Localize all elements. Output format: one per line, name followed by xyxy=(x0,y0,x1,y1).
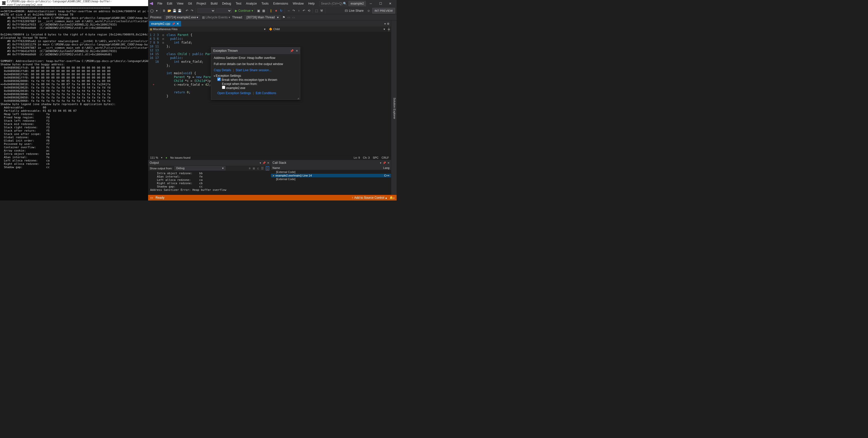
out-t2-icon[interactable]: ≣ xyxy=(253,167,255,170)
doc-tab-active[interactable]: example2.cpp 📌 ✕ xyxy=(149,21,181,27)
menu-file[interactable]: File xyxy=(155,1,164,6)
except-item-checkbox[interactable]: example2.exe xyxy=(222,86,245,90)
menu-extensions[interactable]: Extensions xyxy=(271,1,290,6)
menu-project[interactable]: Project xyxy=(194,1,208,6)
nav-back-icon[interactable]: ◯ xyxy=(150,9,154,13)
menu-tools[interactable]: Tools xyxy=(259,1,271,6)
crlf-indicator[interactable]: CRLF xyxy=(381,156,389,159)
start-liveshare-link[interactable]: Start Live Share session... xyxy=(236,68,272,72)
nav-right-combo[interactable]: 🔶 Child▾ xyxy=(267,27,386,31)
menu-git[interactable]: Git xyxy=(186,1,194,6)
menu-analyze[interactable]: Analyze xyxy=(244,1,259,6)
menu-help[interactable]: Help xyxy=(306,1,317,6)
step-out-icon[interactable]: ↑ xyxy=(297,9,301,13)
continue-button[interactable]: ▶ Continue ▾ xyxy=(235,9,253,12)
close-button[interactable]: ✕ xyxy=(385,0,395,7)
pause-icon[interactable]: ∥ xyxy=(269,9,273,13)
nav-fwd-icon[interactable]: ▾ xyxy=(155,9,159,13)
screenrec-icon[interactable]: ▣ xyxy=(256,9,260,13)
step-back-icon[interactable]: ↶ xyxy=(302,9,306,13)
callstack-row[interactable]: [External Code] xyxy=(271,170,391,174)
add-source-control[interactable]: ↑ Add to Source Control ▴ xyxy=(352,196,387,200)
exc-close-icon[interactable]: ✕ xyxy=(296,49,298,53)
out-t4-icon[interactable]: ☰ xyxy=(261,167,264,170)
menu-window[interactable]: Window xyxy=(290,1,306,6)
stop-icon[interactable]: ■ xyxy=(274,9,278,13)
tab-dropdown-icon[interactable]: ▾ xyxy=(384,22,386,26)
fold-gutter[interactable]: ⊟ ⊟ ⊟ xyxy=(162,32,165,155)
callstack-row[interactable]: ➤example2.exe!main() Line 14C++ xyxy=(271,174,391,177)
ch-indicator[interactable]: Ch: 3 xyxy=(363,156,370,159)
panel-dropdown-icon[interactable]: ▾ xyxy=(260,162,261,164)
panel-pin-icon[interactable]: 📌 xyxy=(262,162,266,164)
cs-dropdown-icon[interactable]: ▾ xyxy=(380,162,381,164)
tab-settings-icon[interactable]: ⚙ xyxy=(387,22,390,26)
step-last-icon[interactable]: ⟲ xyxy=(307,9,311,13)
output-body[interactable]: Intra object redzone: bb ASan internal: … xyxy=(148,171,271,195)
exception-settings-header[interactable]: Exception Settings xyxy=(214,74,298,77)
break-when-checkbox[interactable]: Break when this exception type is thrown xyxy=(217,78,277,81)
step-into-icon[interactable]: → xyxy=(286,9,290,13)
stack-frame-icon[interactable]: ▭ xyxy=(287,15,290,19)
out-t1-icon[interactable]: ≡ xyxy=(249,167,250,170)
open-icon[interactable]: 📂 xyxy=(167,9,172,13)
search-box[interactable]: Search (Ctrl+Q) 🔍 xyxy=(319,1,348,6)
rail-solution-explorer[interactable]: Solution Explorer xyxy=(393,96,397,121)
thread-combo[interactable]: [30728] Main Thread▾ xyxy=(245,15,280,20)
flag-icon[interactable]: ⚑ xyxy=(282,15,285,19)
redo-icon[interactable]: ↷ xyxy=(190,9,194,13)
ln-indicator[interactable]: Ln: 9 xyxy=(354,156,360,159)
menu-view[interactable]: View xyxy=(175,1,185,6)
solution-name[interactable]: example2 xyxy=(348,1,366,6)
step-over-icon[interactable]: ↷ xyxy=(291,9,296,13)
proc-icon[interactable]: ▦ xyxy=(261,9,266,13)
tool-icon[interactable]: ⚒ xyxy=(319,9,323,13)
save-all-icon[interactable]: 💾 xyxy=(178,9,182,13)
console-titlebar[interactable]: C:\ C:\MSDN\cpp-docs-pr\docs\c-language\… xyxy=(0,0,148,6)
console-output[interactable]: ========================================… xyxy=(0,6,148,201)
out-t3-icon[interactable]: ⎌ xyxy=(257,167,259,170)
callstack-body[interactable]: [External Code]➤example2.exe!main() Line… xyxy=(271,170,391,195)
cs-col-name[interactable]: Name xyxy=(273,166,280,169)
spc-indicator[interactable]: SPC xyxy=(373,156,379,159)
new-icon[interactable]: 🗎 xyxy=(162,9,166,13)
menu-build[interactable]: Build xyxy=(209,1,220,6)
config-combo[interactable] xyxy=(197,8,215,13)
menu-edit[interactable]: Edit xyxy=(165,1,175,6)
save-icon[interactable]: 💾 xyxy=(173,9,177,13)
exception-popup: Exception Thrown 📌 ✕ Address Sanitizer E… xyxy=(211,47,300,100)
split-icon[interactable]: ╪ xyxy=(387,27,391,32)
undo-icon[interactable]: ↶ xyxy=(185,9,189,13)
lifecycle-events[interactable]: ▦ Lifecycle Events ▾ xyxy=(202,15,230,19)
menu-test[interactable]: Test xyxy=(234,1,243,6)
line-gutter: 1 2 3 4 5 6 7 8 9 10 11 12 13 14 15 16 1… xyxy=(148,32,162,155)
edit-conditions-link[interactable]: Edit Conditions xyxy=(256,91,276,95)
notification-bell[interactable]: 🔔₂ xyxy=(390,196,395,200)
open-exception-settings-link[interactable]: Open Exception Settings xyxy=(217,91,251,95)
callstack-row[interactable]: [External Code] xyxy=(271,177,391,181)
cs-col-lang[interactable]: Lang xyxy=(383,166,390,169)
nav-left-combo[interactable]: ▦ Miscellaneous Files▾ xyxy=(148,27,267,31)
out-t5-icon[interactable]: ▯ xyxy=(266,166,269,170)
cs-close-icon[interactable]: ✕ xyxy=(388,162,390,164)
output-source-combo[interactable]: Debug▾ xyxy=(175,166,225,170)
stack-frame2-icon[interactable]: ▭ xyxy=(292,15,295,19)
exc-pin-icon[interactable]: 📌 xyxy=(290,49,294,53)
maximize-button[interactable]: ☐ xyxy=(376,0,385,7)
pin-icon[interactable]: 📌 xyxy=(172,23,175,25)
platform-combo[interactable] xyxy=(216,8,231,13)
zoom-level[interactable]: 111 % xyxy=(150,156,158,159)
liveshare-button[interactable]: ⮹ Live Share xyxy=(343,9,365,12)
panel-close-icon[interactable]: ✕ xyxy=(267,162,269,164)
feedback-icon[interactable]: ☺ xyxy=(367,9,371,13)
resize-grip-icon[interactable]: ◢ xyxy=(211,97,300,100)
tab-close-icon[interactable]: ✕ xyxy=(177,22,179,26)
restart-icon[interactable]: ↻ xyxy=(279,9,283,13)
cs-pin-icon[interactable]: 📌 xyxy=(383,162,386,164)
hex-icon[interactable]: ⬚ xyxy=(314,9,318,13)
menu-debug[interactable]: Debug xyxy=(220,1,233,6)
process-combo[interactable]: [30724] example2.exe▾ xyxy=(164,15,200,20)
minimize-button[interactable]: ─ xyxy=(366,0,376,7)
issues-text[interactable]: No issues found xyxy=(170,156,190,159)
copy-details-link[interactable]: Copy Details xyxy=(214,68,231,72)
